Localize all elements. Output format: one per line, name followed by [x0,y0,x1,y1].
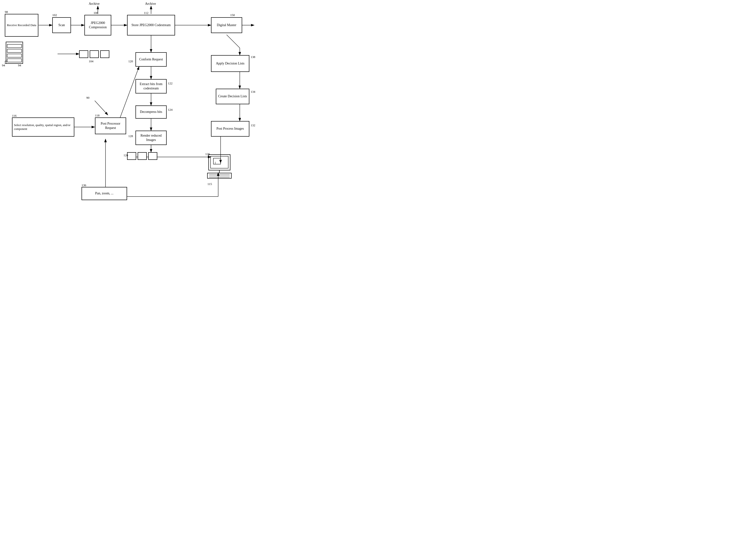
label-128: 128 [128,134,133,138]
box-scan: Scan [52,17,71,33]
computer-icon [206,153,233,182]
label-122: 122 [168,82,173,85]
label-116: 116 [12,114,17,118]
svg-rect-26 [6,42,23,64]
box-pan-zoom: Pan, zoom, ... [82,187,127,200]
label-118: 118 [95,114,100,118]
label-archive2: Archive [145,2,156,6]
small-rect-6 [148,152,157,160]
label-108: 108 [94,11,98,15]
label-102: 102 [52,13,57,17]
small-rect-5 [138,152,147,160]
label-112: 112 [144,11,148,15]
svg-rect-30 [7,59,22,62]
box-digital-master: Digital Master [211,17,242,33]
small-rect-4 [127,152,136,160]
label-126b: 126 [205,152,210,156]
label-120: 120 [128,59,133,63]
label-90: 90 [86,96,89,100]
label-archive1: Archive [89,2,100,6]
svg-rect-36 [213,158,221,164]
box-create-dl: Create Decision Lists [216,89,249,104]
svg-line-19 [227,35,240,48]
box-post-proc-img: Post Process Images [211,121,249,137]
label-138: 138 [251,55,255,59]
label-115: 115 [207,182,212,186]
label-124: 124 [168,108,173,112]
svg-rect-28 [7,49,22,53]
box-extract: Extract bits from codestream [135,79,167,94]
diagram: Receive Recorded Data 98 Scan 102 JPEG20… [0,0,302,218]
svg-line-24 [95,101,108,115]
box-receive: Receive Recorded Data [5,14,38,37]
box-select: Select resolution, quality, spatial regi… [12,118,74,137]
label-134: 134 [251,90,255,94]
box-decompress: Decompress bits [135,106,167,119]
label-136: 136 [82,183,86,187]
small-rects-104 [79,50,109,58]
label-104: 104 [89,59,94,63]
svg-rect-27 [7,44,22,48]
box-render: Render reduced Images [135,131,167,145]
small-rects-126a [127,152,157,160]
label-98: 98 [5,10,8,14]
label-126a: 126 [123,153,128,157]
box-post-proc-req: Post Processor Request [95,118,126,134]
label-94: 94 [18,64,21,67]
box-apply-dl: Apply Decision Lists [211,55,249,72]
box-jpeg-compress: JPEG2000 Compression [84,15,111,35]
svg-rect-39 [207,173,231,178]
small-rect-1 [79,50,88,58]
small-rect-2 [90,50,99,58]
box-store-jpeg: Store JPEG2000 Codestream [127,15,175,35]
label-150: 150 [230,13,235,17]
small-rect-3 [100,50,109,58]
svg-rect-34 [209,155,230,170]
label-96: 94 [2,64,5,67]
server-icon [5,41,24,65]
svg-rect-29 [7,54,22,57]
box-conform: Conform Request [135,52,167,67]
label-132: 132 [251,124,255,127]
